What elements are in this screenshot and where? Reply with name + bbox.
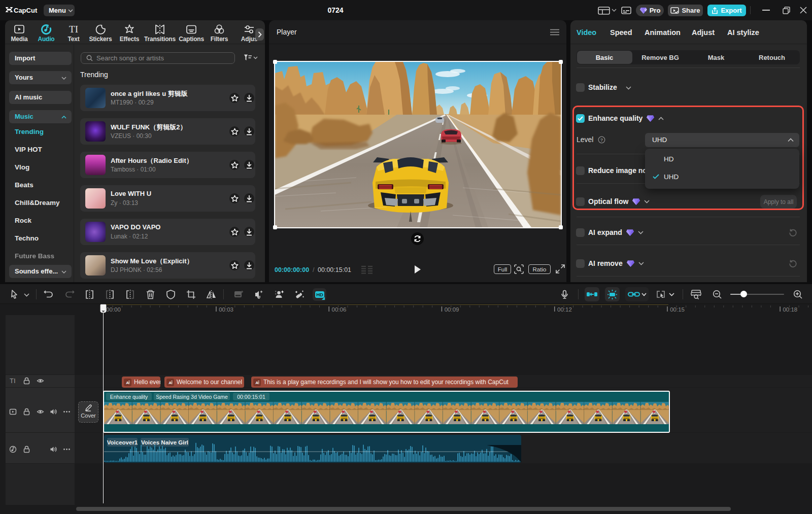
svg-text:00:12: 00:12 xyxy=(557,306,572,313)
svg-text:00:06: 00:06 xyxy=(332,306,347,313)
svg-text:00:15: 00:15 xyxy=(670,306,685,313)
svg-text:TI: TI xyxy=(69,24,78,35)
svg-text:00:09: 00:09 xyxy=(445,306,459,313)
svg-text:00:03: 00:03 xyxy=(219,306,233,313)
svg-text:00:00: 00:00 xyxy=(106,306,121,313)
svg-text:00:18: 00:18 xyxy=(783,306,797,313)
